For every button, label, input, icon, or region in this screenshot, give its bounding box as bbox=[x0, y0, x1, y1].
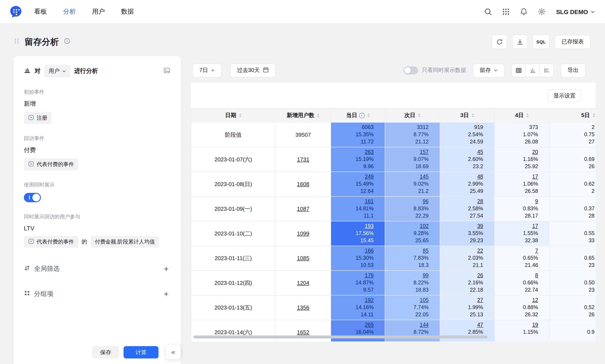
nav-item-users[interactable]: 用户 bbox=[92, 8, 105, 16]
retained-count-link[interactable]: 263 bbox=[331, 149, 374, 156]
simul-metric-value[interactable]: LTV bbox=[24, 225, 170, 232]
retained-count-link[interactable]: 102 bbox=[385, 223, 429, 230]
retained-count-link[interactable]: 19 bbox=[495, 321, 538, 329]
refresh-button[interactable] bbox=[492, 35, 507, 49]
retained-count-link[interactable]: 192 bbox=[331, 297, 374, 304]
info-icon[interactable] bbox=[64, 38, 70, 46]
settings-gear-icon[interactable] bbox=[538, 7, 546, 16]
retention-cell: 271.99%25.13 bbox=[440, 295, 495, 320]
model-icon bbox=[24, 67, 31, 75]
retained-count-link[interactable]: 39 bbox=[440, 223, 483, 230]
retained-count-link[interactable]: 8 bbox=[495, 272, 538, 279]
horizontal-scrollbar-thumb[interactable] bbox=[193, 336, 487, 338]
entity-select[interactable]: 用户 bbox=[44, 65, 70, 78]
sort-control[interactable] bbox=[418, 113, 420, 117]
view-bar-chart-button[interactable] bbox=[525, 64, 540, 77]
simul-only-toggle[interactable] bbox=[403, 66, 418, 74]
retained-count-link[interactable]: 47 bbox=[440, 321, 483, 329]
retained-count-link[interactable]: 26 bbox=[440, 272, 483, 279]
retained-count-link[interactable]: 96 bbox=[385, 198, 429, 205]
retained-count-link[interactable]: 265 bbox=[331, 321, 374, 329]
save-button[interactable]: 保存 bbox=[92, 346, 119, 358]
metric-event-tag[interactable]: 代表付费的事件 bbox=[24, 236, 78, 248]
column-header-3[interactable]: 次日 bbox=[385, 108, 440, 122]
workspace-switcher[interactable]: SLG DEMO bbox=[556, 8, 595, 15]
retained-count-link[interactable]: 17 bbox=[495, 223, 538, 230]
export-button[interactable]: 导出 bbox=[561, 63, 585, 77]
sort-control[interactable] bbox=[592, 113, 595, 117]
search-icon[interactable] bbox=[484, 7, 492, 16]
date-range-picker[interactable]: 过去30天 bbox=[230, 63, 275, 77]
add-filter-button[interactable]: + bbox=[162, 265, 170, 273]
display-settings-button[interactable]: 显示设置 bbox=[548, 89, 581, 102]
retained-count-link[interactable]: 9 bbox=[495, 198, 538, 205]
download-button[interactable] bbox=[512, 35, 527, 49]
sort-control[interactable] bbox=[471, 113, 474, 117]
retained-count-link[interactable]: 12 bbox=[495, 297, 538, 304]
new-users-cell[interactable]: 1085 bbox=[275, 246, 331, 271]
retained-count-link[interactable]: 45 bbox=[440, 149, 483, 156]
notifications-bell-icon[interactable] bbox=[520, 7, 528, 16]
column-header-0[interactable]: 日期 bbox=[191, 108, 275, 122]
retained-count-link[interactable]: 7 bbox=[495, 247, 538, 255]
retained-count-link[interactable]: 166 bbox=[331, 247, 374, 255]
nav-item-analysis[interactable]: 分析 bbox=[63, 8, 76, 16]
retained-count-link[interactable]: 144 bbox=[385, 321, 429, 329]
retained-count-link[interactable]: 193 bbox=[331, 223, 374, 230]
retained-count-link[interactable]: 85 bbox=[385, 247, 429, 255]
column-header-2[interactable]: 当日i bbox=[331, 108, 385, 122]
retained-count-link[interactable]: 105 bbox=[385, 297, 429, 304]
saved-reports-button[interactable]: 已存报表 bbox=[555, 35, 591, 49]
metric-value-tag[interactable]: 付费金额.阶段累计人均值 bbox=[91, 236, 159, 248]
calculate-button[interactable]: 计算 bbox=[123, 346, 159, 358]
retained-count-link[interactable]: 20 bbox=[495, 149, 538, 156]
view-table-button[interactable] bbox=[511, 64, 526, 77]
tag-label: 代表付费的事件 bbox=[37, 161, 74, 168]
sort-control[interactable] bbox=[239, 113, 241, 117]
new-users-cell[interactable]: 1356 bbox=[275, 295, 331, 320]
nav-item-dashboard[interactable]: 看板 bbox=[34, 8, 47, 16]
sort-control[interactable] bbox=[317, 113, 320, 117]
new-users-cell[interactable]: 1731 bbox=[275, 147, 331, 172]
initial-event-tag[interactable]: 注册 bbox=[24, 112, 52, 124]
retention-cell: 171.55%32.38 bbox=[495, 221, 549, 246]
simul-display-toggle[interactable] bbox=[24, 193, 41, 202]
app-logo-icon[interactable] bbox=[9, 4, 23, 19]
add-group-button[interactable]: + bbox=[162, 290, 170, 298]
granularity-select[interactable]: 7日 bbox=[193, 63, 222, 77]
retained-count-link[interactable]: 249 bbox=[331, 173, 374, 181]
new-users-cell[interactable]: 1608 bbox=[275, 172, 331, 196]
view-horizontal-bar-button[interactable] bbox=[539, 64, 554, 77]
new-users-cell[interactable]: 1099 bbox=[275, 221, 331, 246]
return-event-value[interactable]: 付费 bbox=[24, 146, 170, 154]
retained-count-link[interactable]: 145 bbox=[385, 173, 429, 181]
column-header-4[interactable]: 3日 bbox=[440, 108, 495, 122]
global-filter-icon bbox=[24, 265, 30, 273]
apps-grid-icon[interactable] bbox=[502, 7, 510, 16]
sort-control[interactable] bbox=[526, 113, 529, 117]
collapse-panel-button[interactable]: « bbox=[166, 345, 181, 359]
nav-item-data[interactable]: 数据 bbox=[121, 8, 134, 16]
new-users-cell[interactable]: 1204 bbox=[275, 271, 331, 295]
retained-count-link[interactable]: 28 bbox=[440, 198, 483, 205]
retained-count-link[interactable]: 99 bbox=[385, 272, 429, 279]
new-users-cell[interactable]: 1087 bbox=[275, 196, 331, 221]
retained-count-link[interactable]: 157 bbox=[385, 149, 429, 156]
sql-button[interactable]: SQL bbox=[533, 35, 550, 49]
retained-count-link[interactable]: 22 bbox=[440, 247, 483, 255]
image-icon[interactable] bbox=[163, 67, 170, 76]
sort-control[interactable] bbox=[367, 113, 370, 117]
column-header-1[interactable]: 新增用户数 bbox=[275, 108, 331, 122]
column-header-5[interactable]: 4日 bbox=[495, 108, 549, 122]
retained-count-link[interactable]: 48 bbox=[440, 173, 483, 181]
drag-handle-icon[interactable] bbox=[14, 38, 20, 46]
metric-display-select[interactable]: 留存 bbox=[473, 63, 504, 77]
column-header-6[interactable]: 5日 bbox=[549, 108, 596, 122]
retained-count-link[interactable]: 161 bbox=[331, 198, 374, 205]
retention-cell: 201.16%25.92 bbox=[495, 147, 549, 172]
retained-count-link[interactable]: 27 bbox=[440, 297, 483, 304]
return-event-tag[interactable]: 代表付费的事件 bbox=[24, 158, 78, 170]
retained-count-link[interactable]: 179 bbox=[331, 272, 374, 279]
retained-count-link[interactable]: 17 bbox=[495, 173, 538, 181]
initial-event-value[interactable]: 新增 bbox=[24, 100, 170, 108]
